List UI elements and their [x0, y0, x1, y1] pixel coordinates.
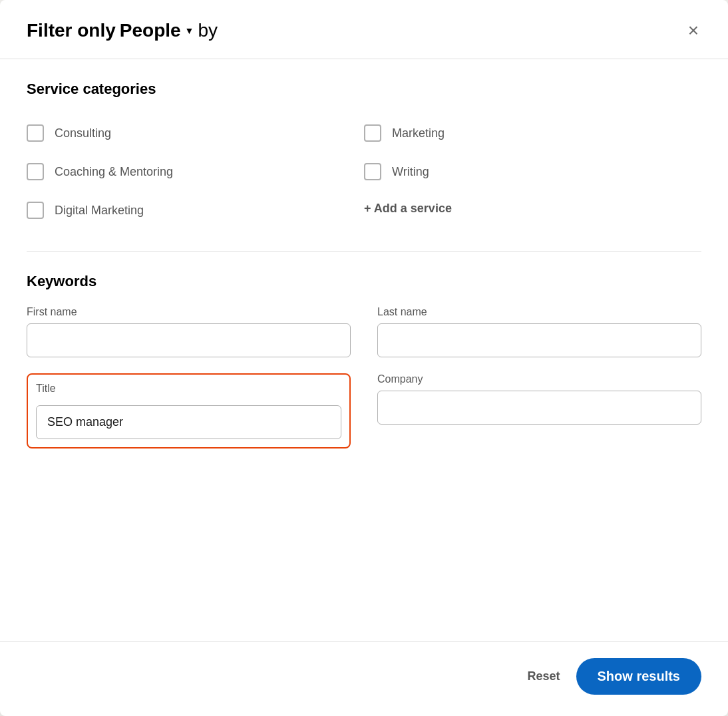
keywords-section: Keywords First name Last name Title — [27, 273, 701, 448]
keywords-title: Keywords — [27, 273, 701, 290]
modal-footer: Reset Show results — [0, 641, 728, 716]
consulting-checkbox[interactable] — [27, 124, 44, 142]
dropdown-arrow-icon: ▼ — [185, 25, 194, 36]
title-field: Title — [36, 383, 341, 439]
last-name-input[interactable] — [377, 323, 701, 357]
marketing-label: Marketing — [392, 126, 445, 140]
service-categories-section: Service categories Consulting Coaching &… — [27, 81, 701, 230]
checkbox-marketing[interactable]: Marketing — [364, 114, 701, 152]
writing-checkbox[interactable] — [364, 163, 381, 180]
left-column: Consulting Coaching & Mentoring Digital … — [27, 114, 364, 230]
close-button[interactable]: × — [685, 19, 701, 43]
digital-marketing-checkbox[interactable] — [27, 202, 44, 219]
company-label: Company — [377, 373, 701, 385]
title-label: Title — [36, 383, 341, 395]
checkbox-digital-marketing[interactable]: Digital Marketing — [27, 191, 364, 230]
people-label: People — [120, 20, 181, 41]
consulting-label: Consulting — [55, 126, 111, 140]
show-results-button[interactable]: Show results — [576, 658, 701, 695]
add-service-label: + Add a service — [364, 202, 452, 216]
right-column: Marketing Writing + Add a service — [364, 114, 701, 230]
checkboxes-grid: Consulting Coaching & Mentoring Digital … — [27, 114, 701, 230]
checkbox-coaching-mentoring[interactable]: Coaching & Mentoring — [27, 152, 364, 191]
coaching-mentoring-label: Coaching & Mentoring — [55, 165, 173, 179]
writing-label: Writing — [392, 165, 429, 179]
coaching-mentoring-checkbox[interactable] — [27, 163, 44, 180]
marketing-checkbox[interactable] — [364, 124, 381, 142]
checkbox-consulting[interactable]: Consulting — [27, 114, 364, 152]
close-icon: × — [688, 20, 699, 41]
first-name-field: First name — [27, 306, 351, 357]
first-name-label: First name — [27, 306, 351, 318]
filter-modal: Filter only People ▼ by × Service catego… — [0, 0, 728, 716]
title-field-highlighted-wrapper: Title — [27, 373, 351, 448]
by-text: by — [198, 20, 218, 41]
people-dropdown[interactable]: People ▼ — [120, 20, 194, 41]
filter-only-text: Filter only — [27, 20, 116, 41]
section-divider — [27, 251, 701, 252]
checkbox-writing[interactable]: Writing — [364, 152, 701, 191]
keywords-form-grid: First name Last name Title — [27, 306, 701, 448]
reset-button[interactable]: Reset — [527, 669, 560, 683]
last-name-label: Last name — [377, 306, 701, 318]
last-name-field: Last name — [377, 306, 701, 357]
first-name-input[interactable] — [27, 323, 351, 357]
digital-marketing-label: Digital Marketing — [55, 204, 144, 218]
company-input[interactable] — [377, 391, 701, 425]
add-service-button[interactable]: + Add a service — [364, 191, 701, 226]
title-input[interactable] — [36, 405, 341, 439]
modal-body: Service categories Consulting Coaching &… — [0, 59, 728, 641]
service-categories-title: Service categories — [27, 81, 701, 98]
company-field: Company — [377, 373, 701, 448]
modal-header: Filter only People ▼ by × — [0, 0, 728, 59]
header-title: Filter only People ▼ by — [27, 20, 685, 41]
